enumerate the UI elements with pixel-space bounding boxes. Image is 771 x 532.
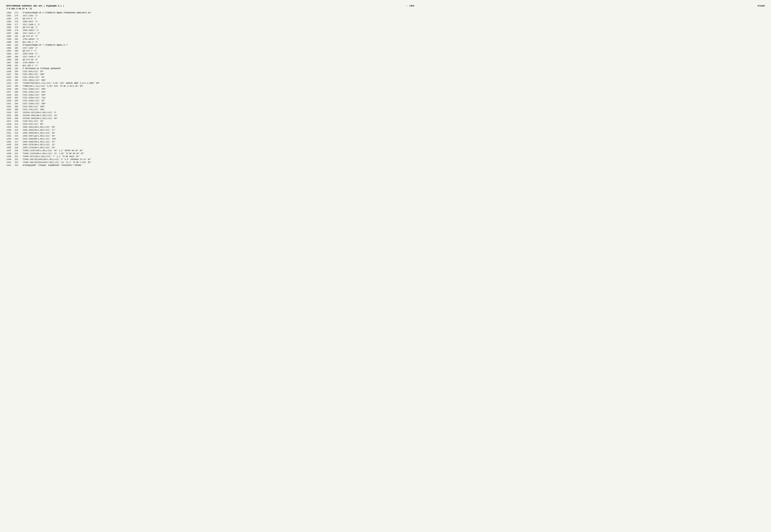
row-desc: Ц8-574-47' 2*	[22, 35, 765, 38]
row-desc: Р МАТЕРИАЛЫ НЕ УЧТЁННЫЕ ЦЕННИКОМ*	[22, 67, 765, 70]
table-row: 1406189Ц8-574-50' 8*	[6, 58, 765, 61]
row-id: 1420	[6, 99, 14, 102]
row-num: 174	[14, 14, 22, 17]
table-row: 14322152485-1697(д9=1,00)(=13)' 36*	[6, 135, 765, 138]
table-row: 1442225АГОРОДЕЦКИЙ' ГУРЬВИЧ' БАЛИЙСКАЯ' …	[6, 164, 765, 167]
row-desc: 1517-1444-1' 2*	[22, 32, 765, 35]
row-id: 1396	[6, 29, 14, 32]
table-row: 1398181Ц8-574-47' 2*	[6, 35, 765, 38]
row-num: 198	[14, 85, 22, 88]
row-desc: Т2405-160/2011044(Н9=1,08)(=13)' 14' 11,…	[22, 161, 765, 164]
row-num: 190	[14, 61, 22, 64]
table-row: 1390173П*КАЛЬКУЛЯЦИЯ НР 6 СТОИМОСТИ ЯЩИК…	[6, 11, 765, 14]
table-row: 1441224Т2405-160/2011044(Н9=1,08)(=13)' …	[6, 161, 765, 164]
table-row: 1422205С152-166(=13)' 490*	[6, 105, 765, 108]
row-id: 1408	[6, 64, 14, 67]
row-id: 1411	[6, 73, 14, 76]
row-desc: 2405-1695(Н9=1,08)(=13)' 20*	[22, 132, 765, 135]
table-row: 13941771517-1448-1' 2*	[6, 23, 765, 26]
table-row: 1403186Ц8-573-7' 1*	[6, 50, 765, 53]
row-desc: 1517-1102' 1*	[22, 47, 765, 50]
row-desc: С151-563(=13)' 50*	[22, 70, 765, 73]
table-row: 1428211С159-523(=13)' 60*	[6, 123, 765, 126]
table-row: 14362192485-1720(Н9=1,08)(=13)' 20*	[6, 146, 765, 149]
row-id: 1416	[6, 88, 14, 91]
header-title: ПРОГРАММНЫЙ КОМПЛЕКС АВС-3ЕС ( РЕДАКЦИЯ …	[6, 5, 64, 7]
table-row: 1420203С151-2285(=13)' 30*	[6, 99, 765, 102]
row-id: 1402	[6, 47, 14, 50]
row-id: 1438	[6, 152, 14, 155]
row-num: 199	[14, 88, 22, 91]
row-id: 1405	[6, 55, 14, 58]
row-num: 191	[14, 64, 22, 67]
row-num: 176	[14, 20, 22, 23]
table-row: 13911741517-1101' 1*	[6, 14, 765, 17]
row-id: 1399	[6, 38, 14, 41]
row-id: 1441	[6, 161, 14, 164]
table-row: 1419202С151-2284(=13)' 71д*	[6, 96, 765, 99]
header-doc-number: 871898	[757, 5, 765, 7]
table-row: 1401184П*КАЛЬКУЛЯЦИИ НР 7 СТОИМОСТИ ЯЩИК…	[6, 44, 765, 47]
row-id: 1424	[6, 111, 14, 114]
row-num: 186	[14, 50, 22, 53]
row-id: 1430	[6, 129, 14, 132]
row-num: 195	[14, 76, 22, 79]
row-id: 1404	[6, 53, 14, 55]
row-num: 206	[14, 108, 22, 111]
row-desc: 1517-1448-1' 2*	[22, 23, 765, 26]
row-desc: 2405-1696(Н9=1,08)(=13)' 42*	[22, 141, 765, 144]
row-id: 1422	[6, 105, 14, 108]
row-desc: 1794-68554' 2*	[22, 61, 765, 64]
row-desc: 2485-1663(Н9=1,08)(=13)' 27*	[22, 129, 765, 132]
row-id: 1392	[6, 17, 14, 20]
row-desc: С151-2282(=13)' 150*	[22, 94, 765, 97]
row-desc: ТТОЖЕ(Н9=1,13)(=13)' 6,05* 634' ТО ЖЕ 3,…	[22, 85, 765, 88]
row-desc: 241549-1061(Н9=1,09)(=13)' 26*	[22, 114, 765, 117]
table-row: 14342172405-1696(Н9=1,08)(=13)' 42*	[6, 141, 765, 144]
row-desc: П*КАЛЬКУЛЯЦИЯ НР 6 СТОИМОСТИ ЯЩИКА УПРАВ…	[22, 11, 765, 14]
table-row: 14332162425-1698(В9=1,00)(=13)' 148*	[6, 138, 765, 141]
row-id: 1407	[6, 61, 14, 64]
row-num: 187	[14, 53, 22, 55]
row-desc: 2485-1676(Н9=1,08)(=13)' 12*	[22, 143, 765, 146]
row-id: 1394	[6, 23, 14, 26]
row-desc: 1794-68564' 2*	[22, 38, 765, 41]
table-row: 1440223Т2405-160/2011945(Н9=1,08)(=13)' …	[6, 158, 765, 161]
row-id: 1440	[6, 158, 14, 161]
row-desc: С159-523(=13)' 60*	[22, 123, 765, 126]
row-desc: Т2405-11334(В9=1,00)(=13)' 21' 1,85' ТО …	[22, 152, 765, 155]
row-id: 1390	[6, 11, 14, 14]
table-row: 1412195С151-1076(=13)' 20*	[6, 76, 765, 79]
row-num: 201	[14, 94, 22, 97]
row-desc: 241549-1071(Н9=1,09)(=13)' 4*	[22, 111, 765, 114]
row-desc: 241549-1049(Н9=1,09)(=13)' 96*	[22, 117, 765, 120]
table-row: 1426209241549-1049(Н9=1,09)(=13)' 96*	[6, 117, 765, 120]
table-row: 1439222Т2405-1672(Н9=1,08)(=13)' 7' 1,1'…	[6, 155, 765, 158]
row-id: 1391	[6, 14, 14, 17]
row-num: 215	[14, 135, 22, 138]
row-id: 1393	[6, 20, 14, 23]
row-desc: С151-2284(=13)' 71д*	[22, 96, 765, 99]
row-desc: С152-166(=13)' 490*	[22, 105, 765, 108]
row-desc: Т2405-1672(Н9=1,08)(=13)' 7' 1,1' ТО ЖЕ …	[22, 155, 765, 158]
row-desc: 1517-1446-1' 2*	[22, 55, 765, 58]
header-page-number: - 188-	[406, 5, 416, 7]
row-id: 1398	[6, 35, 14, 38]
row-desc: Щ11-495-1' 2*	[22, 41, 765, 44]
row-num: 194	[14, 73, 22, 76]
row-desc: С151-502(=13)' 380*	[22, 73, 765, 76]
table-row: 13971801517-1444-1' 2*	[6, 32, 765, 35]
row-desc: С151-2285(=13)' 30*	[22, 99, 765, 102]
row-num: 197	[14, 82, 22, 85]
table-row: 1424207241549-1071(Н9=1,09)(=13)' 4*	[6, 111, 765, 114]
row-desc: С159-521(=13)' 2б*	[22, 120, 765, 123]
row-desc: Ц8-574-5Д' 2*	[22, 26, 765, 29]
row-num: 200	[14, 91, 22, 94]
row-desc: 2485-1697(д9=1,00)(=13)' 36*	[22, 135, 765, 138]
row-desc: С151-2280(=13)' 490*	[22, 88, 765, 91]
row-desc: 2485-1720(Н9=1,08)(=13)' 20*	[22, 146, 765, 149]
row-desc: Ц8-573-7' 1*	[22, 50, 765, 53]
row-id: 1431	[6, 132, 14, 135]
row-id: 1417	[6, 91, 14, 94]
row-num: 193	[14, 70, 22, 73]
